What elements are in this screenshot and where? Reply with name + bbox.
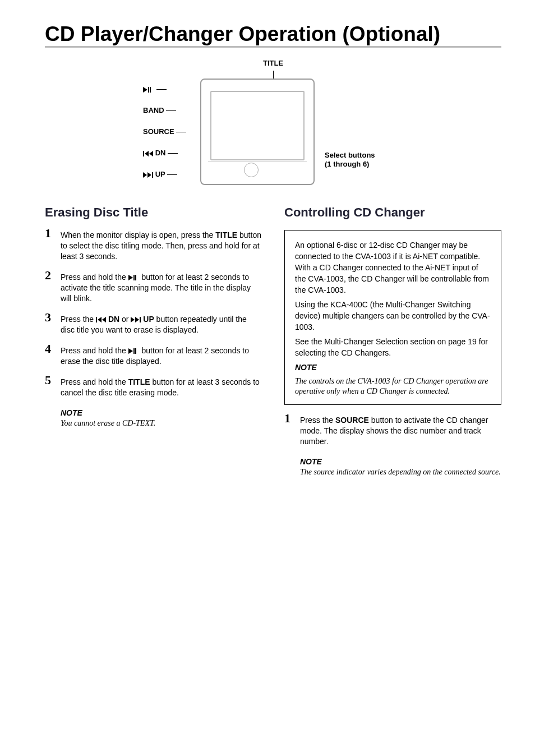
device-illustration xyxy=(200,79,315,185)
page-title-container: CD Player/Changer Operation (Optional) xyxy=(45,22,501,48)
note-label: NOTE xyxy=(295,362,491,373)
step-4: Press and hold the button for at least 2… xyxy=(45,345,262,367)
step-2: Press and hold the button for at least 2… xyxy=(45,272,262,304)
svg-marker-6 xyxy=(143,172,147,178)
svg-marker-14 xyxy=(102,317,106,322)
diagram-label-band: BAND xyxy=(143,106,190,115)
play-pause-icon xyxy=(128,348,140,354)
heading-controlling-cd-changer: Controlling CD Changer xyxy=(284,205,501,220)
svg-marker-0 xyxy=(143,87,147,93)
diagram-label-title: TITLE xyxy=(263,59,283,67)
note-text: The source indicator varies depending on… xyxy=(300,467,501,477)
step-5: Press and hold the TITLE button for at l… xyxy=(45,377,262,398)
svg-marker-15 xyxy=(131,317,135,322)
svg-marker-5 xyxy=(149,151,153,156)
svg-rect-17 xyxy=(140,317,141,322)
diagram-label-source: SOURCE xyxy=(143,127,190,136)
svg-marker-4 xyxy=(145,151,149,156)
diagram-label-up: UP xyxy=(143,170,190,179)
play-pause-icon xyxy=(128,275,140,280)
lead-line xyxy=(273,71,274,79)
svg-rect-3 xyxy=(143,151,144,156)
info-paragraph-3: See the Multi-Changer Selection section … xyxy=(295,336,491,358)
svg-marker-9 xyxy=(128,275,133,280)
step-1: Press the SOURCE button to activate the … xyxy=(284,415,501,447)
info-paragraph-2: Using the KCA-400C (the Multi-Changer Sw… xyxy=(295,299,491,333)
diagram-label-select-buttons: Select buttons (1 through 6) xyxy=(325,151,403,169)
svg-marker-16 xyxy=(135,317,139,322)
device-diagram: TITLE BAND SOURCE DN UP xyxy=(45,59,501,185)
svg-marker-7 xyxy=(147,172,151,178)
note-label: NOTE xyxy=(61,408,262,417)
right-column: Controlling CD Changer An optional 6-dis… xyxy=(284,205,501,483)
note-text: You cannot erase a CD-TEXT. xyxy=(61,418,262,428)
skip-forward-icon xyxy=(131,317,141,322)
diagram-label-play-pause xyxy=(143,85,190,94)
info-paragraph-1: An optional 6-disc or 12-disc CD Changer… xyxy=(295,239,491,296)
svg-rect-12 xyxy=(96,317,97,322)
skip-back-icon xyxy=(143,151,153,156)
skip-back-icon xyxy=(96,317,106,322)
note-text: The controls on the CVA-1003 for CD Chan… xyxy=(295,376,491,397)
svg-rect-10 xyxy=(133,275,135,280)
play-pause-icon xyxy=(143,87,154,93)
note-label: NOTE xyxy=(300,457,501,466)
svg-marker-18 xyxy=(128,348,133,354)
page-title: CD Player/Changer Operation (Optional) xyxy=(45,22,501,46)
svg-rect-20 xyxy=(135,348,136,354)
heading-erasing-disc-title: Erasing Disc Title xyxy=(45,205,262,220)
svg-rect-1 xyxy=(148,87,149,93)
diagram-label-dn: DN xyxy=(143,149,190,158)
step-1: When the monitor display is open, press … xyxy=(45,230,262,262)
left-column: Erasing Disc Title When the monitor disp… xyxy=(45,205,262,483)
svg-rect-2 xyxy=(150,87,151,93)
svg-rect-11 xyxy=(135,275,136,280)
step-3: Press the DN or UP button repeatedly unt… xyxy=(45,314,262,335)
svg-marker-13 xyxy=(98,317,102,322)
svg-rect-8 xyxy=(152,172,153,178)
info-box: An optional 6-disc or 12-disc CD Changer… xyxy=(284,230,501,405)
skip-forward-icon xyxy=(143,172,153,178)
svg-rect-19 xyxy=(133,348,135,354)
